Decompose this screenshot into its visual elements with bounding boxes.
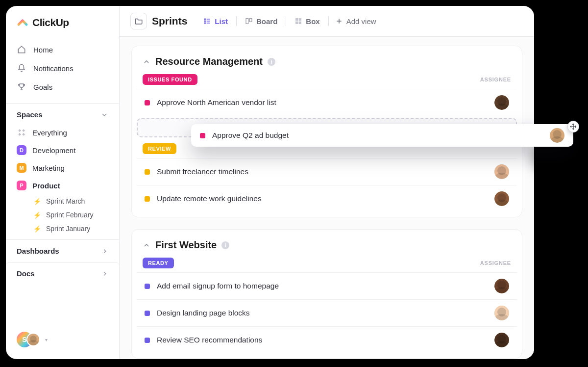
grid-icon [17, 128, 26, 137]
view-tab-label: Board [256, 17, 277, 26]
sprint-icon: ⚡ [33, 225, 41, 233]
status-dot [145, 196, 150, 202]
space-label: Product [32, 182, 60, 190]
spaces-header[interactable]: Spaces [6, 103, 119, 123]
sprint-item[interactable]: ⚡Sprint February [33, 208, 114, 222]
sprint-item[interactable]: ⚡Sprint March [33, 194, 114, 208]
svg-point-3 [23, 134, 24, 135]
space-product[interactable]: P Product [11, 177, 114, 194]
info-icon[interactable]: i [221, 241, 229, 249]
user-avatar-stack: S [17, 332, 40, 347]
task-row[interactable]: Review SEO recommendations [137, 327, 517, 353]
svg-rect-12 [295, 18, 298, 21]
task-title: Add email signup form to homepage [157, 282, 488, 290]
group-header[interactable]: First Website i [132, 230, 522, 256]
assignee-avatar[interactable] [494, 306, 509, 320]
nav-label: Notifications [33, 64, 74, 73]
user-menu[interactable]: S ▾ [6, 327, 119, 352]
drag-shadow [535, 147, 582, 169]
status-header-row: READY ASSIGNEE [132, 256, 522, 272]
nav-docs[interactable]: Docs [6, 262, 119, 285]
info-icon[interactable]: i [268, 58, 275, 66]
assignee-avatar[interactable] [494, 279, 509, 293]
svg-rect-13 [299, 18, 301, 21]
board-icon [245, 17, 253, 25]
space-letter-badge: P [17, 181, 26, 190]
view-tab-label: List [215, 17, 228, 26]
move-cursor-icon [567, 121, 579, 132]
sprint-list: ⚡Sprint March ⚡Sprint February ⚡Sprint J… [11, 194, 114, 236]
chevron-up-icon[interactable] [143, 241, 150, 249]
nav-home[interactable]: Home [11, 40, 114, 59]
view-tab-board[interactable]: Board [239, 15, 284, 28]
topbar: Sprints List Board Box [120, 6, 534, 37]
svg-rect-10 [246, 19, 248, 24]
task-row[interactable]: Update remote work guidelines [137, 185, 517, 212]
page-title: Sprints [152, 15, 187, 27]
sprint-label: Sprint January [46, 225, 90, 233]
task-title: Update remote work guidelines [157, 194, 488, 203]
status-dot [145, 100, 150, 105]
status-badge[interactable]: READY [143, 258, 174, 268]
space-everything[interactable]: Everything [11, 124, 114, 141]
task-title: Review SEO recommendations [157, 336, 488, 344]
view-tab-list[interactable]: List [197, 15, 234, 28]
group-header[interactable]: Resource Management i [132, 46, 522, 72]
assignee-avatar[interactable] [494, 333, 509, 347]
content-scroll[interactable]: Resource Management i ISSUES FOUND ASSIG… [120, 37, 534, 359]
folder-icon[interactable] [130, 13, 147, 29]
add-view-label: Add view [346, 17, 376, 26]
nav-label: Docs [17, 269, 35, 278]
divider [328, 16, 329, 26]
status-header-row: ISSUES FOUND ASSIGNEE [132, 72, 522, 89]
view-tab-box[interactable]: Box [288, 15, 326, 28]
assignee-avatar[interactable] [494, 164, 509, 179]
task-row[interactable]: Add email signup form to homepage [137, 272, 517, 300]
chevron-right-icon [101, 270, 108, 277]
task-title: Design landing page blocks [157, 309, 488, 317]
task-group: First Website i READY ASSIGNEE Add email… [131, 229, 522, 359]
task-row[interactable]: Design landing page blocks [137, 300, 517, 327]
space-label: Everything [32, 129, 67, 137]
sprint-item[interactable]: ⚡Sprint January [33, 222, 114, 236]
space-development[interactable]: D Development [11, 141, 114, 159]
assignee-avatar[interactable] [550, 128, 564, 143]
assignee-column-header: ASSIGNEE [480, 77, 511, 82]
brand-logo[interactable]: ClickUp [6, 17, 119, 37]
main-area: Sprints List Board Box [120, 6, 534, 359]
app-window: ClickUp Home Notifications Goals Spaces [6, 6, 534, 359]
task-row[interactable]: Submit freelancer timelines [137, 158, 517, 185]
nav-goals[interactable]: Goals [11, 78, 114, 96]
space-marketing[interactable]: M Marketing [11, 159, 114, 177]
primary-nav: Home Notifications Goals [6, 37, 119, 99]
divider [286, 16, 286, 26]
nav-label: Dashboards [17, 247, 59, 255]
task-list: Approve North American vendor list [132, 89, 522, 116]
status-badge[interactable]: ISSUES FOUND [143, 74, 197, 85]
task-row[interactable]: Approve North American vendor list [137, 89, 517, 116]
chevron-down-icon [100, 111, 108, 119]
svg-point-4 [205, 19, 206, 20]
assignee-avatar[interactable] [494, 191, 509, 206]
bottom-nav: Dashboards Docs [6, 239, 119, 285]
svg-point-2 [19, 134, 21, 135]
task-list: Submit freelancer timelines Update remot… [132, 158, 522, 212]
status-dot [145, 311, 150, 316]
view-tab-label: Box [306, 17, 319, 26]
sidebar: ClickUp Home Notifications Goals Spaces [6, 6, 120, 359]
task-title: Approve Q2 ad budget [212, 131, 543, 140]
user-avatar-photo [26, 333, 40, 346]
chevron-up-icon[interactable] [143, 58, 150, 66]
home-icon [17, 45, 26, 54]
nav-notifications[interactable]: Notifications [11, 59, 114, 78]
dragging-task-card[interactable]: Approve Q2 ad budget [191, 124, 573, 147]
add-view-button[interactable]: Add view [331, 15, 381, 28]
list-icon [203, 17, 211, 25]
status-badge[interactable]: REVIEW [143, 143, 176, 154]
status-dot [145, 169, 150, 175]
divider [236, 16, 237, 26]
assignee-avatar[interactable] [494, 95, 509, 110]
nav-dashboards[interactable]: Dashboards [6, 240, 119, 262]
sprint-icon: ⚡ [33, 211, 41, 219]
plus-icon [336, 18, 343, 25]
